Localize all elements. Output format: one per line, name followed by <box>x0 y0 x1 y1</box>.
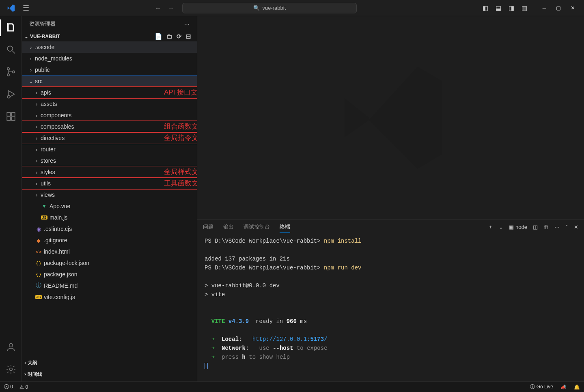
js-file-icon: JS <box>41 215 48 220</box>
notifications-icon[interactable]: 🔔 <box>574 384 580 390</box>
tree-item-package-json[interactable]: { }package.json <box>22 269 197 280</box>
svg-rect-8 <box>11 117 15 121</box>
chevron-right-icon: › <box>28 67 34 73</box>
terminal-split-dropdown-icon[interactable]: ⌄ <box>499 224 503 230</box>
tree-item-utils[interactable]: ›utils <box>22 178 197 189</box>
tree-item-router[interactable]: ›router <box>22 144 197 155</box>
kill-terminal-icon[interactable]: 🗑 <box>543 224 549 230</box>
menu-icon[interactable]: ☰ <box>23 4 29 13</box>
tree-item-directives[interactable]: ›directives <box>22 132 197 144</box>
tree-item-package-lock-json[interactable]: { }package-lock.json <box>22 257 197 269</box>
svg-point-0 <box>7 46 13 51</box>
activity-source-control-icon[interactable] <box>6 67 16 78</box>
tree-item-label: README.md <box>44 282 78 289</box>
new-file-icon[interactable]: 📄 <box>155 33 162 40</box>
activity-settings-icon[interactable] <box>6 364 16 376</box>
new-folder-icon[interactable]: 🗀 <box>166 33 172 40</box>
html-file-icon: <> <box>35 249 42 255</box>
eslint-file-icon: ◉ <box>35 226 42 232</box>
feedback-icon[interactable]: 📣 <box>560 384 567 390</box>
outline-label: 大纲 <box>28 360 37 366</box>
split-terminal-icon[interactable]: ◫ <box>533 224 538 230</box>
chevron-right-icon: › <box>33 112 40 118</box>
tree-item-components[interactable]: ›components <box>22 110 197 121</box>
tree-item-public[interactable]: ›public <box>22 64 197 75</box>
outline-section[interactable]: › 大纲 <box>22 357 197 368</box>
activity-account-icon[interactable] <box>6 342 16 353</box>
go-live-button[interactable]: ⓘ Go Live <box>530 383 553 390</box>
sidebar-more-icon[interactable]: ⋯ <box>184 21 190 27</box>
close-icon[interactable]: ✕ <box>571 5 575 11</box>
search-text: vue-rabbit <box>262 5 286 11</box>
tree-item-label: package.json <box>44 271 78 278</box>
tree-item-node-modules[interactable]: ›node_modules <box>22 53 197 64</box>
svg-point-9 <box>9 343 13 347</box>
chevron-right-icon: › <box>33 158 40 164</box>
tree-item-label: utils <box>41 180 51 187</box>
panel-close-icon[interactable]: ✕ <box>574 224 578 230</box>
tree-item-src[interactable]: ⌄src <box>22 75 197 87</box>
chevron-down-icon: ⌄ <box>28 78 34 84</box>
status-warnings[interactable]: ⚠ 0 <box>19 384 28 390</box>
tree-item-composables[interactable]: ›composables <box>22 121 197 132</box>
chevron-right-icon: › <box>33 181 40 187</box>
vscode-watermark-icon <box>330 57 452 179</box>
terminal-process[interactable]: ▣ node <box>509 224 527 230</box>
nav-back-icon[interactable]: ← <box>155 4 161 12</box>
tree-item-label: src <box>35 78 43 84</box>
layout-panel-icon[interactable]: ⬓ <box>496 4 501 12</box>
editor-main <box>197 16 584 219</box>
panel-more-icon[interactable]: ⋯ <box>554 224 560 230</box>
command-center[interactable]: 🔍 vue-rabbit <box>182 3 357 13</box>
timeline-section[interactable]: › 时间线 <box>22 368 197 380</box>
panel-tab-调试控制台[interactable]: 调试控制台 <box>244 223 270 230</box>
tree-item-label: node_modules <box>35 55 72 62</box>
tree-item-stores[interactable]: ›stores <box>22 155 197 166</box>
activity-debug-icon[interactable] <box>6 89 16 101</box>
panel-tab-问题[interactable]: 问题 <box>203 223 213 230</box>
maximize-icon[interactable]: ▢ <box>556 5 561 11</box>
vscode-logo-icon <box>6 4 15 13</box>
tree-item--gitignore[interactable]: ◆.gitignore <box>22 235 197 246</box>
activity-explorer-icon[interactable] <box>6 22 16 34</box>
refresh-icon[interactable]: ⟳ <box>177 33 182 40</box>
nav-forward-icon[interactable]: → <box>168 4 174 12</box>
broadcast-icon: ⓘ <box>530 384 535 390</box>
terminal-process-label: node <box>515 224 527 230</box>
tree-item-label: .eslintrc.cjs <box>44 226 72 232</box>
tree-item-label: views <box>41 192 55 198</box>
svg-point-2 <box>7 74 9 76</box>
minimize-icon[interactable]: ─ <box>543 5 546 11</box>
tree-item--eslintrc-cjs[interactable]: ◉.eslintrc.cjs <box>22 223 197 235</box>
panel-tab-终端[interactable]: 终端 <box>280 223 290 233</box>
layout-primary-side-icon[interactable]: ◧ <box>483 4 488 12</box>
chevron-right-icon: › <box>33 169 40 175</box>
tree-item-label: components <box>41 112 71 118</box>
tree-item-App-vue[interactable]: ▼App.vue <box>22 200 197 212</box>
customize-layout-icon[interactable]: ▥ <box>522 4 527 12</box>
new-terminal-icon[interactable]: ＋ <box>488 223 493 230</box>
tree-item-apis[interactable]: ›apis <box>22 87 197 98</box>
tree-item-views[interactable]: ›views <box>22 189 197 200</box>
tree-item-README-md[interactable]: ⓘREADME.md <box>22 280 197 291</box>
tree-item-index-html[interactable]: <>index.html <box>22 246 197 257</box>
tree-item-styles[interactable]: ›styles <box>22 166 197 178</box>
tree-item-main-js[interactable]: JSmain.js <box>22 212 197 223</box>
activity-search-icon[interactable] <box>6 44 16 56</box>
panel-tab-输出[interactable]: 输出 <box>223 223 234 230</box>
tree-item-assets[interactable]: ›assets <box>22 98 197 110</box>
project-header[interactable]: ⌄ VUE-RABBIT 📄 🗀 ⟳ ⊟ <box>22 32 197 41</box>
collapse-all-icon[interactable]: ⊟ <box>186 33 191 40</box>
tree-item-vite-config-js[interactable]: JSvite.config.js <box>22 291 197 303</box>
terminal-output[interactable]: PS D:\VSCode Workplace\vue-rabbit> npm i… <box>197 234 584 381</box>
svg-point-3 <box>12 71 14 73</box>
chevron-right-icon: › <box>33 124 40 130</box>
status-errors[interactable]: ⓧ 0 <box>4 383 13 390</box>
activity-extensions-icon[interactable] <box>6 111 16 123</box>
chevron-right-icon: › <box>33 192 40 198</box>
search-icon: 🔍 <box>253 5 260 11</box>
tree-item--vscode[interactable]: ›.vscode <box>22 41 197 53</box>
panel-maximize-icon[interactable]: ˄ <box>565 224 568 230</box>
layout-secondary-side-icon[interactable]: ◨ <box>509 4 514 12</box>
file-tree: ›.vscode›node_modules›public⌄src›apisAPI… <box>22 41 197 357</box>
